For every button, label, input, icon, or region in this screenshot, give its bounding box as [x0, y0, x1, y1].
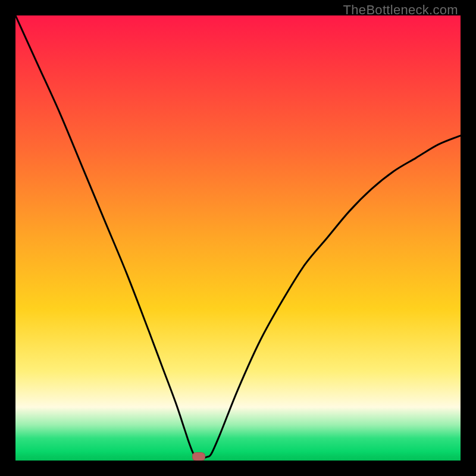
bottleneck-curve — [15, 15, 461, 459]
chart-frame: TheBottleneck.com — [0, 0, 476, 476]
plot-area — [15, 15, 461, 461]
optimum-marker — [192, 452, 205, 461]
watermark-text: TheBottleneck.com — [343, 2, 458, 18]
curve-layer — [15, 15, 461, 461]
